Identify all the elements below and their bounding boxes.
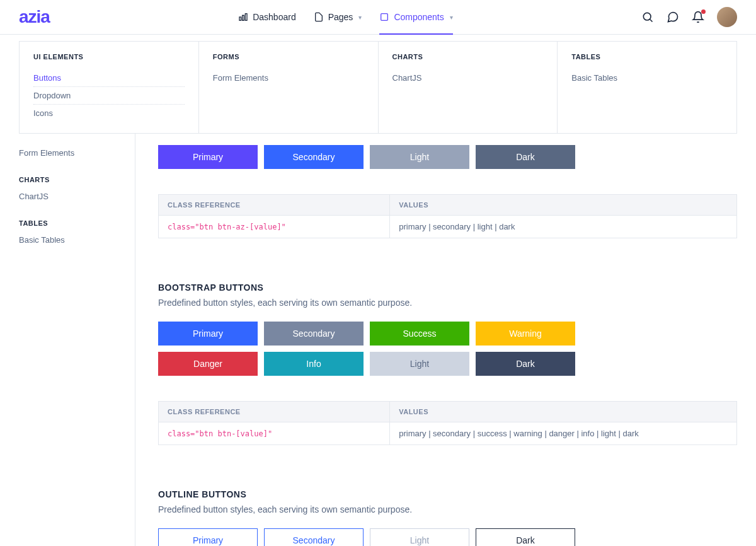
ref-header-values: VALUES	[390, 195, 737, 216]
sidebar-form-elements[interactable]: Form Elements	[19, 145, 135, 161]
search-icon[interactable]	[641, 11, 654, 23]
btn-dark[interactable]: Dark	[476, 352, 575, 376]
bootstrap-row2: Danger Info Light Dark	[158, 352, 737, 376]
btn-light[interactable]: Light	[370, 352, 469, 376]
nav-pages[interactable]: Pages ▾	[314, 0, 362, 35]
message-icon[interactable]	[667, 11, 679, 23]
chevron-down-icon: ▾	[450, 14, 453, 21]
svg-point-4	[643, 13, 651, 20]
nav-components-label: Components	[394, 12, 444, 22]
btn-outline-dark[interactable]: Dark	[476, 528, 575, 546]
ref2-code: class="btn btn-[value]"	[159, 422, 390, 445]
ref2-header-class: CLASS REFERENCE	[159, 402, 390, 422]
notification-dot	[701, 9, 706, 14]
package-icon	[379, 12, 389, 22]
btn-outline-secondary[interactable]: Secondary	[264, 528, 364, 546]
main-panel: Primary Secondary Light Dark CLASS REFER…	[135, 134, 737, 546]
ref-code: class="btn btn-az-[value]"	[159, 216, 390, 238]
ref-header-class: CLASS REFERENCE	[159, 195, 390, 216]
bootstrap-title: BOOTSTRAP BUTTONS	[158, 282, 737, 293]
header: azia Dashboard Pages ▾ Components ▾	[0, 0, 756, 35]
avatar[interactable]	[717, 7, 737, 27]
theme-ref-table: CLASS REFERENCE VALUES class="btn btn-az…	[158, 194, 737, 238]
ref-values: primary | secondary | light | dark	[390, 216, 737, 238]
mega-link-chartjs[interactable]: ChartJS	[392, 69, 544, 86]
mega-head-ui: UI ELEMENTS	[33, 53, 185, 61]
ref2-values: primary | secondary | success | warning …	[390, 422, 737, 445]
btn-success[interactable]: Success	[370, 322, 469, 346]
svg-rect-3	[381, 14, 388, 21]
file-icon	[314, 12, 324, 22]
mega-head-forms: FORMS	[213, 53, 364, 61]
btn-theme-secondary[interactable]: Secondary	[264, 145, 364, 169]
mega-link-form-elements[interactable]: Form Elements	[213, 69, 364, 86]
btn-primary[interactable]: Primary	[158, 322, 258, 346]
bell-icon[interactable]	[692, 11, 704, 23]
bootstrap-ref-table: CLASS REFERENCE VALUES class="btn btn-[v…	[158, 401, 737, 445]
mega-col-tables: TABLES Basic Tables	[558, 42, 736, 133]
header-actions	[641, 7, 737, 27]
btn-theme-dark[interactable]: Dark	[476, 145, 575, 169]
sidebar-head-tables: TABLES	[19, 219, 135, 227]
outline-desc: Predefined button styles, each serving i…	[158, 504, 737, 514]
bootstrap-row1: Primary Secondary Success Warning	[158, 322, 737, 346]
btn-info[interactable]: Info	[264, 352, 364, 376]
sidebar: Form Elements CHARTS ChartJS TABLES Basi…	[19, 134, 135, 546]
outline-row: Primary Secondary Light Dark	[158, 528, 737, 546]
bootstrap-desc: Predefined button styles, each serving i…	[158, 298, 737, 308]
dashboard-icon	[238, 12, 248, 22]
theme-buttons-row: Primary Secondary Light Dark	[158, 145, 737, 169]
mega-link-buttons[interactable]: Buttons	[33, 69, 185, 87]
btn-secondary[interactable]: Secondary	[264, 322, 364, 346]
mega-col-forms: FORMS Form Elements	[199, 42, 379, 133]
btn-outline-primary[interactable]: Primary	[158, 528, 258, 546]
brand-logo[interactable]: azia	[19, 7, 50, 27]
svg-rect-0	[239, 17, 241, 20]
svg-rect-1	[243, 15, 244, 20]
components-mega-menu: UI ELEMENTS Buttons Dropdown Icons FORMS…	[19, 41, 737, 134]
svg-rect-2	[246, 14, 248, 21]
chevron-down-icon: ▾	[358, 14, 362, 21]
btn-danger[interactable]: Danger	[158, 352, 258, 376]
mega-link-basic-tables[interactable]: Basic Tables	[571, 69, 723, 86]
content: Form Elements CHARTS ChartJS TABLES Basi…	[0, 134, 756, 546]
nav-pages-label: Pages	[328, 12, 353, 22]
btn-theme-primary[interactable]: Primary	[158, 145, 258, 169]
ref2-header-values: VALUES	[390, 402, 737, 422]
sidebar-head-charts: CHARTS	[19, 176, 135, 183]
btn-warning[interactable]: Warning	[476, 322, 575, 346]
outline-title: OUTLINE BUTTONS	[158, 489, 737, 499]
mega-head-tables: TABLES	[571, 53, 723, 61]
mega-col-charts: CHARTS ChartJS	[379, 42, 558, 133]
mega-head-charts: CHARTS	[392, 53, 544, 61]
nav-dashboard-label: Dashboard	[253, 12, 296, 22]
nav-components[interactable]: Components ▾	[379, 0, 452, 35]
svg-line-5	[650, 20, 653, 22]
mega-link-dropdown[interactable]: Dropdown	[33, 87, 185, 105]
mega-link-icons[interactable]: Icons	[33, 105, 185, 122]
sidebar-basic-tables[interactable]: Basic Tables	[19, 232, 135, 248]
sidebar-chartjs[interactable]: ChartJS	[19, 189, 135, 204]
main-nav: Dashboard Pages ▾ Components ▾	[238, 0, 453, 35]
btn-outline-light[interactable]: Light	[370, 528, 469, 546]
mega-col-ui: UI ELEMENTS Buttons Dropdown Icons	[20, 42, 199, 133]
nav-dashboard[interactable]: Dashboard	[238, 0, 296, 35]
btn-theme-light[interactable]: Light	[370, 145, 469, 169]
